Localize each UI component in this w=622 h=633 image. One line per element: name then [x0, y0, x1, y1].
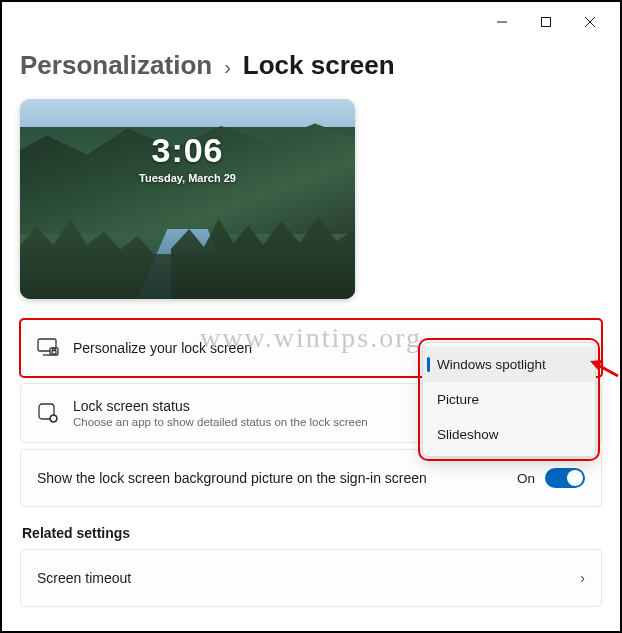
dropdown-option-slideshow[interactable]: Slideshow: [423, 417, 595, 452]
related-settings-header: Related settings: [22, 525, 602, 541]
chevron-right-icon: ›: [580, 570, 585, 586]
signin-background-row: Show the lock screen background picture …: [20, 449, 602, 507]
annotation-arrow-icon: [590, 358, 620, 380]
dropdown-option-spotlight[interactable]: Windows spotlight: [423, 347, 595, 382]
svg-rect-1: [542, 18, 551, 27]
toggle-state-label: On: [517, 471, 535, 486]
breadcrumb: Personalization › Lock screen: [20, 50, 602, 81]
signin-background-label: Show the lock screen background picture …: [37, 470, 503, 486]
maximize-button[interactable]: [524, 6, 568, 38]
app-status-icon: [37, 402, 59, 424]
page-title: Lock screen: [243, 50, 395, 81]
personalize-dropdown[interactable]: Windows spotlight Picture Slideshow: [422, 342, 596, 457]
screen-timeout-label: Screen timeout: [37, 570, 566, 586]
monitor-lock-icon: [37, 337, 59, 359]
signin-background-toggle[interactable]: [545, 468, 585, 488]
breadcrumb-parent[interactable]: Personalization: [20, 50, 212, 81]
preview-date: Tuesday, March 29: [20, 172, 355, 184]
dropdown-option-picture[interactable]: Picture: [423, 382, 595, 417]
screen-timeout-row[interactable]: Screen timeout ›: [20, 549, 602, 607]
preview-time: 3:06: [20, 131, 355, 170]
close-button[interactable]: [568, 6, 612, 38]
window-titlebar: [2, 2, 620, 42]
chevron-right-icon: ›: [224, 56, 231, 79]
minimize-button[interactable]: [480, 6, 524, 38]
lock-screen-preview: 3:06 Tuesday, March 29: [20, 99, 355, 299]
